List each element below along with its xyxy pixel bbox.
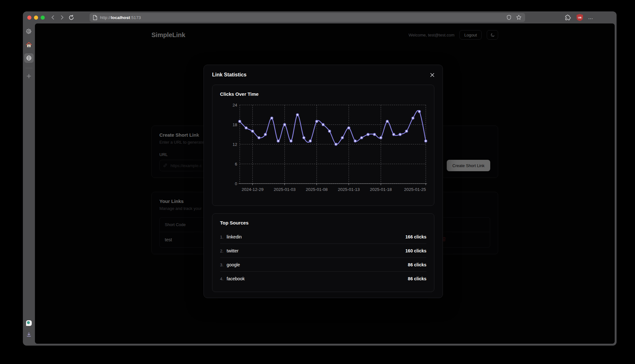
extensions-puzzle-icon[interactable] [565, 14, 572, 21]
overflow-menu-icon[interactable]: … [588, 16, 594, 19]
source-name: twitter [227, 248, 238, 253]
shield-permissions-icon[interactable] [506, 14, 512, 21]
source-name: linkedin [227, 234, 242, 239]
source-clicks: 160 clicks [405, 248, 426, 253]
svg-text:2025-01-03: 2025-01-03 [274, 187, 296, 192]
minimize-window-button[interactable] [34, 16, 38, 20]
pin-extension-icon[interactable] [26, 320, 32, 326]
source-rank: 3. [220, 263, 224, 267]
traffic-lights [27, 16, 45, 20]
browser-window: http://localhost:5173 UB … [23, 11, 617, 346]
forward-icon[interactable] [59, 15, 64, 20]
link-statistics-modal: Link Statistics Clicks Over Time 0612182… [204, 65, 443, 298]
svg-text:6: 6 [235, 162, 237, 166]
adblock-shield-badge[interactable]: UB [577, 14, 583, 21]
svg-text:0: 0 [235, 181, 237, 186]
source-row: 2.twitter160 clicks [220, 244, 426, 258]
new-tab-plus-icon[interactable] [24, 71, 34, 81]
page-icon [93, 15, 97, 20]
source-row: 3.google86 clicks [220, 258, 426, 272]
page-viewport: SimpleLink Welcome, test@test.com Logout… [35, 23, 615, 344]
settings-gear-icon[interactable] [24, 27, 34, 36]
source-name: facebook [227, 276, 245, 281]
svg-text:2025-01-08: 2025-01-08 [306, 187, 328, 192]
browser-toolbar: http://localhost:5173 UB … [23, 11, 617, 23]
source-rank: 1. [220, 235, 224, 239]
close-window-button[interactable] [27, 16, 31, 20]
close-button[interactable] [428, 71, 436, 79]
sources-section-title: Top Sources [220, 220, 426, 225]
tabstrip-divider [25, 68, 32, 68]
svg-text:18: 18 [233, 122, 237, 127]
modal-title: Link Statistics [212, 72, 434, 78]
svg-text:2025-01-25: 2025-01-25 [404, 187, 426, 192]
top-sources-section: Top Sources 1.linkedin166 clicks2.twitte… [212, 213, 434, 292]
source-row: 1.linkedin166 clicks [220, 230, 426, 244]
svg-text:2025-01-18: 2025-01-18 [370, 187, 392, 192]
close-icon [430, 73, 434, 77]
clicks-over-time-chart: 061218242024-12-292025-01-032025-01-0820… [220, 101, 428, 194]
svg-text:12: 12 [233, 142, 237, 147]
sources-list: 1.linkedin166 clicks2.twitter160 clicks3… [220, 230, 426, 286]
downloads-icon[interactable] [26, 332, 32, 337]
svg-text:2024-12-29: 2024-12-29 [242, 187, 264, 192]
zoom-window-button[interactable] [41, 16, 45, 20]
source-rank: 4. [220, 276, 224, 281]
active-tab-globe-icon[interactable] [24, 53, 34, 63]
source-clicks: 166 clicks [405, 234, 426, 239]
source-row: 4.facebook86 clicks [220, 272, 426, 286]
url-bar[interactable]: http://localhost:5173 [90, 13, 525, 22]
svg-text:24: 24 [233, 103, 237, 107]
source-name: google [227, 262, 240, 267]
sidebar-tabstrip [23, 23, 35, 346]
svg-text:2025-01-13: 2025-01-13 [338, 187, 360, 192]
back-icon[interactable] [50, 15, 56, 20]
chart-section-title: Clicks Over Time [220, 91, 426, 97]
reload-icon[interactable] [68, 15, 74, 21]
home-icon[interactable] [24, 40, 34, 49]
source-clicks: 86 clicks [408, 262, 426, 267]
bookmark-star-icon[interactable] [516, 14, 522, 21]
source-rank: 2. [220, 249, 224, 253]
url-text: http://localhost:5173 [100, 15, 141, 20]
source-clicks: 86 clicks [408, 276, 426, 281]
clicks-over-time-section: Clicks Over Time 061218242024-12-292025-… [212, 85, 434, 206]
